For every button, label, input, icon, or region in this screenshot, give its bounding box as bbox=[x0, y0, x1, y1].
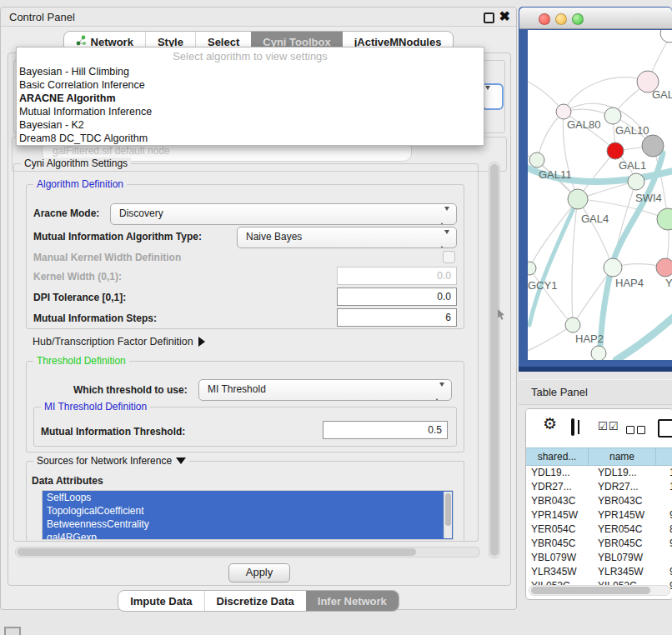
settings-gear-icon[interactable]: ⚙ bbox=[543, 416, 557, 432]
aracne-mode-combobox[interactable]: Discovery bbox=[110, 203, 457, 225]
dropdown-option[interactable]: Mutual Information Inference bbox=[17, 105, 484, 118]
table-row[interactable]: YBR043CYBR043C bbox=[526, 494, 672, 508]
window-frame-bottom bbox=[519, 367, 672, 372]
network-node[interactable] bbox=[628, 173, 644, 190]
network-node[interactable] bbox=[642, 135, 664, 157]
network-edge-thick bbox=[529, 199, 578, 325]
mi-threshold-field[interactable]: 0.5 bbox=[323, 421, 448, 439]
panel-title: Control Panel bbox=[9, 11, 75, 23]
node-label: SWI4 bbox=[635, 192, 662, 204]
network-node[interactable] bbox=[604, 258, 622, 277]
close-window-icon[interactable] bbox=[539, 13, 550, 25]
float-window-icon[interactable] bbox=[484, 12, 494, 23]
dropdown-option[interactable]: Bayesian - K2 bbox=[17, 118, 484, 132]
attribute-list-item[interactable]: TopologicalCoefficient bbox=[43, 504, 453, 518]
sources-title-text: Sources for Network Inference bbox=[37, 455, 172, 467]
network-edge bbox=[537, 112, 564, 160]
network-node[interactable] bbox=[607, 142, 624, 159]
deselect-all-icon[interactable] bbox=[626, 422, 648, 438]
table-row[interactable]: YDL19...YDL19...13 bbox=[526, 466, 672, 480]
attribute-list-item[interactable]: SelfLoops bbox=[43, 491, 453, 504]
tab-infer-network[interactable]: Infer Network bbox=[306, 591, 399, 611]
table-cell: YDR27... bbox=[526, 480, 593, 494]
apply-button[interactable]: Apply bbox=[228, 563, 290, 582]
table-cell: 13 bbox=[664, 466, 672, 480]
table-cell: YDL19... bbox=[593, 466, 664, 480]
algorithm-definition-title: Algorithm Definition bbox=[33, 178, 127, 190]
horizontal-scrollbar[interactable] bbox=[15, 547, 480, 558]
select-all-icon[interactable]: ☑☑ bbox=[598, 420, 619, 432]
network-node[interactable] bbox=[657, 208, 672, 230]
network-window-titlebar[interactable] bbox=[519, 8, 672, 29]
kernel-width-field[interactable]: 0.0 bbox=[337, 267, 457, 285]
table-row[interactable]: YER054CYER054C8. bbox=[526, 522, 672, 537]
tab-impute-data[interactable]: Impute Data bbox=[118, 591, 203, 611]
control-panel-titlebar[interactable]: Control Panel ✖ bbox=[1, 8, 516, 27]
network-node[interactable] bbox=[656, 258, 672, 277]
mi-algorithm-type-combobox[interactable]: Naive Bayes bbox=[237, 227, 457, 248]
column-header[interactable]: A bbox=[656, 448, 672, 466]
node-label: Y bbox=[665, 277, 672, 289]
new-table-icon[interactable] bbox=[658, 419, 672, 438]
aracne-mode-label: Aracne Mode: bbox=[33, 208, 99, 219]
tab-label: Infer Network bbox=[318, 595, 387, 608]
tab-discretize-data[interactable]: Discretize Data bbox=[204, 591, 306, 611]
sources-group: Sources for Network Inference Data Attri… bbox=[26, 461, 464, 542]
table-row[interactable]: YBR045CYBR045C9. bbox=[526, 537, 672, 551]
mi-steps-field[interactable]: 6 bbox=[337, 308, 457, 327]
tab-label: Discretize Data bbox=[217, 595, 294, 608]
node-label: GAL1 bbox=[619, 159, 646, 172]
list-scrollbar[interactable] bbox=[444, 492, 452, 538]
dropdown-option[interactable]: Bayesian - Hill Climbing bbox=[17, 65, 484, 78]
which-threshold-label: Which threshold to use: bbox=[73, 384, 188, 396]
network-node[interactable] bbox=[565, 318, 580, 332]
column-header[interactable]: shared... bbox=[526, 448, 589, 466]
network-node[interactable] bbox=[528, 262, 536, 275]
minimize-window-icon[interactable] bbox=[555, 13, 567, 25]
table-horizontal-scrollbar[interactable] bbox=[529, 585, 670, 596]
dpi-tolerance-field[interactable]: 0.0 bbox=[337, 288, 457, 306]
mi-threshold-definition-title: MI Threshold Definition bbox=[41, 401, 150, 412]
table-row[interactable]: YBL079WYBL079W bbox=[526, 551, 672, 565]
table-cell: YBL079W bbox=[526, 551, 593, 565]
network-graph: GALGAL80GAL10GAL1GAL11SWI4GAL4GCY1HAP4YH… bbox=[528, 30, 672, 360]
dropdown-option[interactable]: ARACNE Algorithm bbox=[17, 92, 484, 105]
node-label: GAL bbox=[652, 88, 672, 101]
network-view-window[interactable]: GALGAL80GAL10GAL1GAL11SWI4GAL4GCY1HAP4YH… bbox=[519, 7, 672, 372]
vertical-scrollbar[interactable] bbox=[489, 162, 500, 558]
column-view-icon[interactable] bbox=[571, 418, 574, 436]
data-attributes-list[interactable]: SelfLoopsTopologicalCoefficientBetweenne… bbox=[42, 490, 454, 540]
network-node[interactable] bbox=[591, 346, 606, 360]
network-node[interactable] bbox=[568, 189, 588, 209]
which-threshold-combobox[interactable]: MI Threshold bbox=[198, 379, 452, 401]
close-icon[interactable]: ✖ bbox=[499, 8, 510, 24]
network-canvas[interactable]: GALGAL80GAL10GAL1GAL11SWI4GAL4GCY1HAP4YH… bbox=[528, 30, 672, 360]
table-panel-header[interactable]: Table Panel bbox=[519, 379, 672, 405]
mi-type-value: Naive Bayes bbox=[246, 231, 302, 242]
combo-arrows-icon bbox=[439, 208, 449, 225]
network-node[interactable] bbox=[660, 30, 672, 42]
table-rows: YDL19...YDL19...13YDR27...YDR27...12YBR0… bbox=[526, 466, 672, 599]
table-row[interactable]: YLR345WYLR345W9. bbox=[526, 565, 672, 579]
network-node[interactable] bbox=[556, 104, 571, 119]
manual-kernel-checkbox[interactable] bbox=[443, 251, 455, 263]
hub-definition-toggle[interactable]: Hub/Transcription Factor Definition bbox=[33, 336, 205, 348]
table-row[interactable]: YPR145WYPR145W9. bbox=[526, 508, 672, 522]
dropdown-option[interactable]: Dream8 DC_TDC Algorithm bbox=[17, 132, 484, 145]
network-node[interactable] bbox=[529, 152, 544, 168]
column-header[interactable]: name bbox=[589, 448, 656, 466]
manual-kernel-label: Manual Kernel Width Definition bbox=[33, 252, 181, 263]
mouse-cursor bbox=[498, 309, 506, 320]
dropdown-option[interactable]: Basic Correlation Inference bbox=[17, 78, 484, 92]
dock-panel-icon[interactable] bbox=[4, 627, 21, 635]
cyni-algorithm-settings-group: Cyni Algorithm Settings Algorithm Defini… bbox=[13, 163, 479, 542]
sources-group-title[interactable]: Sources for Network Inference bbox=[33, 455, 189, 467]
network-node[interactable] bbox=[604, 108, 621, 124]
attribute-list-item[interactable]: gal4RGexp bbox=[43, 531, 453, 540]
combo-arrows-icon bbox=[439, 231, 449, 248]
bottom-tab-bar: Impute DataDiscretize DataInfer Network bbox=[1, 590, 516, 612]
zoom-window-icon[interactable] bbox=[572, 13, 584, 25]
node-label: HAP2 bbox=[575, 332, 604, 345]
attribute-list-item[interactable]: BetweennessCentrality bbox=[43, 518, 453, 531]
table-row[interactable]: YDR27...YDR27...12 bbox=[526, 480, 672, 494]
